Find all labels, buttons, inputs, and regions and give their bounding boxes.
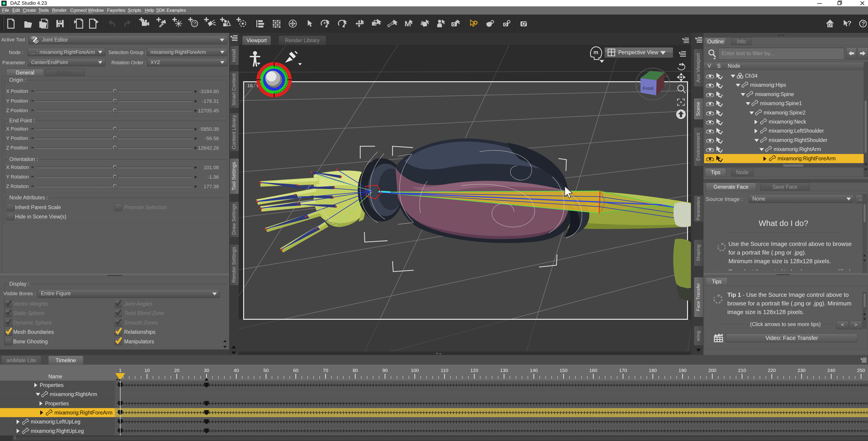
svg-text:70: 70: [323, 368, 328, 373]
svg-text:Name: Name: [49, 374, 62, 379]
svg-text:170: 170: [619, 368, 627, 373]
svg-text:130: 130: [500, 368, 508, 373]
svg-text:Perspective View: Perspective View: [618, 49, 658, 56]
svg-text:190: 190: [678, 368, 686, 373]
svg-text:120: 120: [470, 368, 478, 373]
svg-text:20: 20: [174, 368, 179, 373]
svg-text:1: 1: [119, 368, 122, 373]
svg-text:DS: DS: [828, 22, 834, 27]
svg-text:200: 200: [708, 368, 716, 373]
svg-text:90: 90: [382, 368, 388, 373]
svg-text:100: 100: [411, 368, 418, 373]
svg-text:mixamorig:RightForeArm: mixamorig:RightForeArm: [54, 410, 113, 415]
svg-text:Properties: Properties: [45, 401, 69, 406]
svg-text:150: 150: [560, 368, 567, 373]
svg-text:30: 30: [204, 368, 209, 373]
svg-text:180: 180: [649, 368, 657, 373]
svg-text:50: 50: [264, 368, 269, 373]
svg-text:m: m: [593, 49, 598, 55]
svg-text:mixamorig:LeftUpLeg: mixamorig:LeftUpLeg: [31, 419, 81, 425]
svg-text:80: 80: [352, 368, 358, 373]
svg-text:160: 160: [589, 368, 597, 373]
svg-text:mixamorig:RightUpLeg: mixamorig:RightUpLeg: [31, 428, 84, 434]
svg-text:Front: Front: [643, 86, 653, 91]
svg-text:10: 10: [144, 368, 150, 373]
svg-text:40: 40: [234, 368, 239, 373]
svg-text:140: 140: [530, 368, 538, 373]
svg-text:?: ?: [847, 19, 851, 27]
svg-text:Properties: Properties: [40, 382, 64, 388]
svg-text:110: 110: [441, 368, 448, 373]
svg-text:210: 210: [738, 368, 746, 373]
svg-text:220: 220: [768, 368, 776, 373]
svg-text:?: ?: [861, 20, 865, 27]
svg-text:60: 60: [293, 368, 299, 373]
svg-text:230: 230: [798, 368, 806, 373]
svg-text:250: 250: [857, 368, 865, 373]
svg-text:240: 240: [827, 368, 835, 373]
svg-text:mixamorig:RightArm: mixamorig:RightArm: [50, 391, 97, 397]
